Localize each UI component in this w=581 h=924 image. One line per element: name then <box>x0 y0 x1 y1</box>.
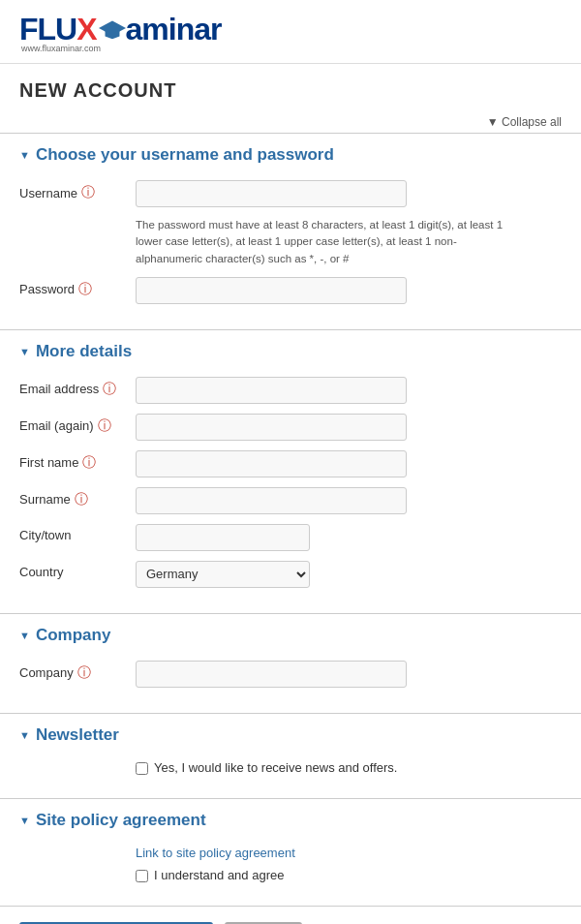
section-company: ▼ Company Company ⓘ <box>0 613 581 713</box>
surname-input-wrap <box>136 487 407 514</box>
email-row: Email address ⓘ <box>19 377 562 404</box>
section-company-header[interactable]: ▼ Company <box>19 614 562 653</box>
section-body-newsletter: Yes, I would like to receive news and of… <box>19 753 562 798</box>
password-row: Password ⓘ <box>19 277 562 304</box>
city-input-wrap <box>136 524 407 551</box>
email-input-wrap <box>136 377 407 404</box>
logo-aminar: aminar <box>126 12 222 47</box>
password-input-wrap <box>136 277 407 304</box>
email-required-icon: ⓘ <box>103 381 116 398</box>
newsletter-checkbox-row: Yes, I would like to receive news and of… <box>19 760 562 775</box>
page-title-area: NEW ACCOUNT <box>0 64 581 111</box>
company-input-wrap <box>136 661 407 688</box>
section-title-newsletter: Newsletter <box>36 725 119 745</box>
country-row: Country Germany United States United Kin… <box>19 561 562 588</box>
section-arrow-username: ▼ <box>19 149 30 161</box>
city-input[interactable] <box>136 524 310 551</box>
section-arrow-more-details: ▼ <box>19 346 30 357</box>
first-name-row: First name ⓘ <box>19 450 562 477</box>
email-input[interactable] <box>136 377 407 404</box>
newsletter-checkbox[interactable] <box>136 762 148 775</box>
password-required-icon: ⓘ <box>78 281 92 298</box>
section-more-details: ▼ More details Email address ⓘ Email (ag… <box>0 329 581 613</box>
section-arrow-company: ▼ <box>19 630 30 641</box>
username-input[interactable] <box>136 180 407 207</box>
first-name-label: First name ⓘ <box>19 450 136 472</box>
section-title-username: Choose your username and password <box>36 145 334 165</box>
section-body-more-details: Email address ⓘ Email (again) ⓘ First na… <box>19 369 562 613</box>
password-input[interactable] <box>136 277 407 304</box>
logo-flu: FLU <box>19 12 76 47</box>
password-hint-row: The password must have at least 8 charac… <box>19 217 562 267</box>
collapse-bar: ▼ Collapse all <box>0 111 581 133</box>
policy-agree-row: I understand and agree <box>19 868 562 882</box>
surname-input[interactable] <box>136 487 407 514</box>
logo-x: X <box>76 12 96 47</box>
section-more-details-header[interactable]: ▼ More details <box>19 330 562 369</box>
surname-required-icon: ⓘ <box>75 491 88 508</box>
graduation-cap-icon <box>99 18 126 40</box>
section-policy: ▼ Site policy agreement Link to site pol… <box>0 798 581 906</box>
username-input-wrap <box>136 180 407 207</box>
email-again-label: Email (again) ⓘ <box>19 414 136 435</box>
header: FLU X aminar www.fluxaminar.com <box>0 0 581 64</box>
section-body-policy: Link to site policy agreement I understa… <box>19 838 562 906</box>
section-newsletter-header[interactable]: ▼ Newsletter <box>19 714 562 753</box>
logo: FLU X aminar <box>19 12 562 47</box>
section-body-username: Username ⓘ The password must have at lea… <box>19 172 562 329</box>
email-again-required-icon: ⓘ <box>98 417 111 435</box>
section-username-password: ▼ Choose your username and password User… <box>0 133 581 329</box>
section-title-policy: Site policy agreement <box>36 811 206 830</box>
buttons-area: Create my new account Cancel <box>0 906 581 924</box>
username-label: Username ⓘ <box>19 180 136 201</box>
city-label: City/town <box>19 524 136 542</box>
company-row: Company ⓘ <box>19 661 562 688</box>
page-title: NEW ACCOUNT <box>19 79 562 102</box>
section-arrow-newsletter: ▼ <box>19 729 30 741</box>
username-row: Username ⓘ <box>19 180 562 207</box>
section-newsletter: ▼ Newsletter Yes, I would like to receiv… <box>0 713 581 798</box>
policy-agree-label: I understand and agree <box>154 868 284 882</box>
policy-link[interactable]: Link to site policy agreement <box>19 846 562 860</box>
city-row: City/town <box>19 524 562 551</box>
company-required-icon: ⓘ <box>77 664 91 682</box>
section-body-company: Company ⓘ <box>19 653 562 713</box>
section-username-header[interactable]: ▼ Choose your username and password <box>19 134 562 172</box>
company-label: Company ⓘ <box>19 661 136 682</box>
first-name-required-icon: ⓘ <box>82 454 96 472</box>
first-name-input-wrap <box>136 450 407 477</box>
surname-label: Surname ⓘ <box>19 487 136 508</box>
section-title-company: Company <box>36 626 110 645</box>
logo-url: www.fluxaminar.com <box>21 44 562 53</box>
country-select-wrap: Germany United States United Kingdom Fra… <box>136 561 407 588</box>
svg-marker-0 <box>99 21 126 36</box>
section-title-more-details: More details <box>36 342 132 361</box>
email-again-row: Email (again) ⓘ <box>19 414 562 441</box>
password-hint: The password must have at least 8 charac… <box>136 217 504 267</box>
policy-agree-checkbox[interactable] <box>136 870 148 882</box>
email-label: Email address ⓘ <box>19 377 136 398</box>
newsletter-checkbox-label: Yes, I would like to receive news and of… <box>154 760 397 775</box>
company-input[interactable] <box>136 661 407 688</box>
country-select[interactable]: Germany United States United Kingdom Fra… <box>136 561 310 588</box>
collapse-all-link[interactable]: ▼ Collapse all <box>487 115 562 129</box>
section-policy-header[interactable]: ▼ Site policy agreement <box>19 799 562 838</box>
email-again-input[interactable] <box>136 414 407 441</box>
surname-row: Surname ⓘ <box>19 487 562 514</box>
username-required-icon: ⓘ <box>81 184 95 201</box>
first-name-input[interactable] <box>136 450 407 477</box>
section-arrow-policy: ▼ <box>19 815 30 826</box>
password-label: Password ⓘ <box>19 277 136 298</box>
country-label: Country <box>19 561 136 579</box>
email-again-input-wrap <box>136 414 407 441</box>
